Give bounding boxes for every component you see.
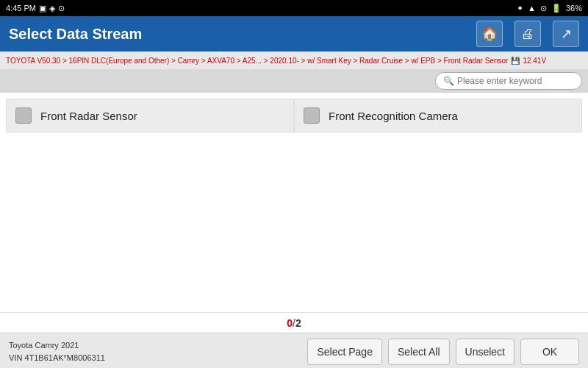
home-button[interactable]: 🏠 — [476, 21, 503, 47]
breadcrumb-text: TOYOTA V50.30 > 16PIN DLC(Europe and Oth… — [6, 57, 508, 65]
footer-buttons: Select Page Select All Unselect OK — [307, 339, 579, 365]
status-icon-location: ◈ — [49, 4, 55, 13]
search-box[interactable]: 🔍 — [435, 72, 582, 90]
footer: Toyota Camry 2021 VIN 4T1B61AK*M8006311 … — [0, 333, 588, 368]
signal-icon: ▲ — [528, 4, 536, 13]
export-icon: ↗ — [561, 26, 572, 42]
main-content: Front Radar Sensor Front Recognition Cam… — [0, 93, 588, 312]
unselect-button[interactable]: Unselect — [456, 339, 514, 365]
counter-total: 2 — [295, 317, 301, 329]
sensor-row[interactable]: Front Recognition Camera — [294, 99, 582, 132]
status-icon-sim: ▣ — [39, 4, 46, 13]
vehicle-vin: VIN 4T1B61AK*M8006311 — [9, 352, 105, 364]
sensor-label-1: Front Radar Sensor — [40, 110, 137, 122]
status-icon-clock: ⊙ — [58, 4, 65, 13]
select-all-button[interactable]: Select All — [388, 339, 450, 365]
page-title: Select Data Stream — [9, 26, 142, 43]
search-bar: 🔍 — [0, 69, 588, 93]
home-icon: 🏠 — [481, 26, 498, 42]
select-page-button[interactable]: Select Page — [307, 339, 382, 365]
sensor-row[interactable]: Front Radar Sensor — [6, 99, 294, 132]
battery-icon: 🔋 — [551, 4, 562, 13]
vehicle-model: Toyota Camry 2021 — [9, 339, 105, 352]
search-input[interactable] — [457, 76, 574, 86]
ok-button[interactable]: OK — [520, 339, 579, 365]
sensor-list: Front Radar Sensor Front Recognition Cam… — [6, 99, 582, 132]
sensor-checkbox-1[interactable] — [15, 107, 32, 124]
status-time: 4:45 PM — [6, 4, 36, 13]
print-icon: 🖨 — [521, 26, 534, 42]
breadcrumb: TOYOTA V50.30 > 16PIN DLC(Europe and Oth… — [0, 52, 588, 69]
footer-vehicle-info: Toyota Camry 2021 VIN 4T1B61AK*M8006311 — [9, 339, 105, 364]
export-button[interactable]: ↗ — [553, 21, 579, 47]
sensor-label-2: Front Recognition Camera — [329, 110, 458, 122]
sd-card-icon: 💾 — [511, 57, 520, 65]
wifi-icon: ⊙ — [540, 4, 547, 13]
battery-level: 36% — [566, 4, 582, 13]
sensor-checkbox-2[interactable] — [304, 107, 320, 124]
header: Select Data Stream 🏠 🖨 ↗ — [0, 16, 588, 52]
bluetooth-icon: ✦ — [517, 4, 523, 13]
print-button[interactable]: 🖨 — [514, 21, 541, 47]
voltage-display: 12.41V — [523, 57, 546, 65]
counter-bar: 0 / 2 — [0, 312, 588, 333]
status-bar: 4:45 PM ▣ ◈ ⊙ ✦ ▲ ⊙ 🔋 36% — [0, 0, 588, 16]
counter-current: 0 — [287, 317, 293, 329]
search-icon: 🔍 — [443, 76, 454, 86]
